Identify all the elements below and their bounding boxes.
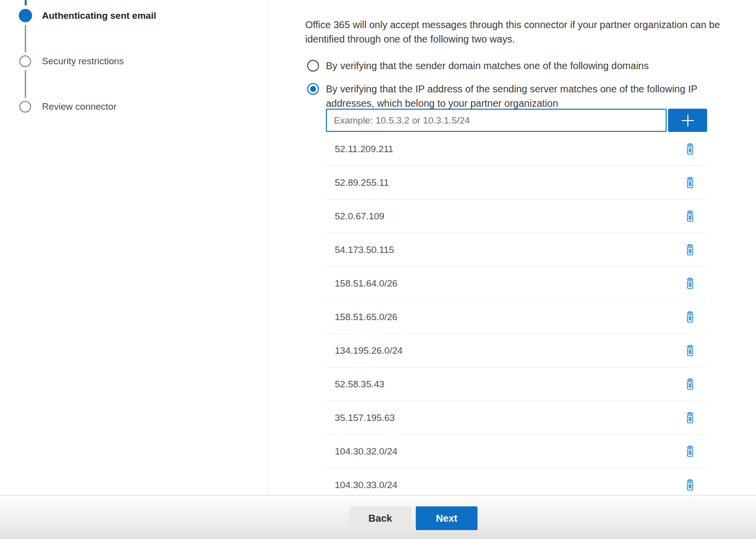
ip-address-value: 52.0.67.109 <box>324 211 384 222</box>
ip-address-value: 104.30.32.0/24 <box>324 446 398 457</box>
radio-button-icon[interactable] <box>307 83 319 95</box>
step-circle-review-connector <box>19 101 31 113</box>
radio-option-ip-address[interactable]: By verifying that the IP address of the … <box>307 82 728 111</box>
ip-address-row: 134.195.26.0/24 <box>324 334 707 368</box>
wizard-stepper-sidebar: Authenticating sent email Security restr… <box>0 0 269 495</box>
ip-address-row: 158.51.64.0/26 <box>324 267 707 300</box>
ip-address-row: 158.51.65.0/26 <box>324 300 707 334</box>
delete-ip-button[interactable] <box>684 309 696 325</box>
back-button[interactable]: Back <box>350 506 411 530</box>
ip-address-row: 104.30.32.0/24 <box>324 435 707 468</box>
ip-address-row: 52.58.35.43 <box>324 368 707 401</box>
step-active-dot <box>19 9 32 22</box>
trash-icon <box>685 243 695 256</box>
radio-option-ip-address-label[interactable]: By verifying that the IP address of the … <box>326 82 728 111</box>
step-review-connector: Review connector <box>42 101 117 113</box>
next-button[interactable]: Next <box>416 506 477 530</box>
trash-icon <box>685 445 695 458</box>
radio-button-icon[interactable] <box>307 60 319 72</box>
ip-address-value: 35.157.195.63 <box>324 413 395 423</box>
delete-ip-button[interactable] <box>684 410 696 425</box>
stepper-completed-line <box>25 0 27 5</box>
trash-icon <box>685 277 695 290</box>
ip-address-value: 134.195.26.0/24 <box>324 345 402 356</box>
ip-address-value: 54.173.50.115 <box>324 245 394 255</box>
ip-address-value: 52.89.255.11 <box>324 177 389 188</box>
ip-address-value: 158.51.65.0/26 <box>324 312 398 323</box>
trash-icon <box>685 411 695 424</box>
step-security-restrictions: Security restrictions <box>42 55 124 67</box>
radio-option-sender-domain-label[interactable]: By verifying that the sender domain matc… <box>326 59 649 73</box>
delete-ip-button[interactable] <box>684 376 696 392</box>
ip-input-row <box>326 109 707 132</box>
radio-option-sender-domain[interactable]: By verifying that the sender domain matc… <box>307 59 649 73</box>
delete-ip-button[interactable] <box>684 208 696 224</box>
step-circle-security-restrictions <box>19 55 31 67</box>
footer-buttons: Back Next <box>350 506 477 530</box>
ip-address-list: 52.11.209.211 52.89.255.11 52.0.67.109 <box>324 132 707 502</box>
delete-ip-button[interactable] <box>684 444 696 459</box>
stepper-connector-line <box>25 25 26 52</box>
ip-address-value: 52.58.35.43 <box>324 379 384 390</box>
ip-address-row: 54.173.50.115 <box>324 233 707 267</box>
delete-ip-button[interactable] <box>684 175 696 190</box>
plus-icon <box>678 111 697 130</box>
add-ip-button[interactable] <box>668 109 707 132</box>
trash-icon <box>685 344 695 357</box>
ip-address-value: 158.51.64.0/26 <box>324 278 398 289</box>
delete-ip-button[interactable] <box>684 477 696 493</box>
ip-address-row: 52.0.67.109 <box>324 200 707 233</box>
delete-ip-button[interactable] <box>684 276 696 291</box>
delete-ip-button[interactable] <box>684 242 696 257</box>
trash-icon <box>685 377 695 391</box>
trash-icon <box>685 142 695 156</box>
ip-address-row: 52.11.209.211 <box>324 132 707 166</box>
trash-icon <box>685 176 695 189</box>
connector-wizard-page: Authenticating sent email Security restr… <box>0 0 756 539</box>
trash-icon <box>685 209 695 223</box>
trash-icon <box>685 310 695 324</box>
step-authenticating-sent-email: Authenticating sent email <box>42 10 156 22</box>
trash-icon <box>685 478 695 492</box>
delete-ip-button[interactable] <box>684 343 696 358</box>
ip-address-row: 52.89.255.11 <box>324 166 707 200</box>
ip-address-value: 104.30.33.0/24 <box>324 480 398 491</box>
intro-text: Office 365 will only accept messages thr… <box>305 18 752 46</box>
ip-address-row: 35.157.195.63 <box>324 401 707 435</box>
stepper-connector-line <box>25 70 26 98</box>
wizard-footer: Back Next <box>0 495 756 539</box>
ip-address-value: 52.11.209.211 <box>324 144 394 155</box>
delete-ip-button[interactable] <box>684 141 696 157</box>
ip-address-input[interactable] <box>326 109 667 132</box>
